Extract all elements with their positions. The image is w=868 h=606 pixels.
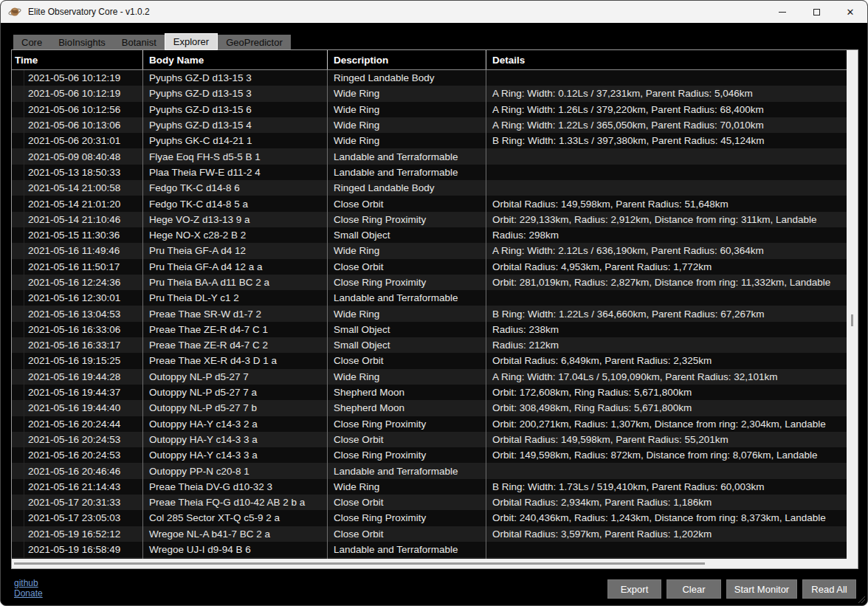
table-row[interactable]: 2021-05-16 12:24:36 Pru Theia BA-A d11 B…	[12, 275, 847, 290]
cell-body-name: Pyuphs GZ-D d13-15 6	[143, 102, 328, 117]
table-row[interactable]: 2021-05-06 10:12:56 Pyuphs GZ-D d13-15 6…	[12, 102, 847, 117]
row-header-cell	[12, 306, 24, 321]
cell-time: 2021-05-19 16:58:49	[24, 542, 143, 557]
table-row[interactable]: 2021-05-16 16:33:17 Preae Thae ZE-R d4-7…	[12, 337, 847, 353]
cell-details: B Ring: Width: 1.73Ls / 519,410km, Paren…	[486, 479, 847, 495]
cell-description: Small Object	[328, 322, 486, 337]
table-row[interactable]: 2021-05-06 10:12:19 Pyuphs GZ-D d13-15 3…	[12, 86, 847, 101]
donate-link[interactable]: Donate	[14, 588, 43, 599]
clear-button[interactable]: Clear	[666, 579, 721, 599]
table-row[interactable]: 2021-05-16 11:49:46 Pru Theia GF-A d4 12…	[12, 243, 847, 258]
read-all-button[interactable]: Read All	[802, 579, 856, 599]
cell-time: 2021-05-13 18:50:33	[24, 165, 143, 180]
cell-time: 2021-05-17 20:31:33	[24, 495, 143, 510]
cell-details: Orbit: 200,271km, Radius: 1,307km, Dista…	[486, 416, 847, 432]
cell-time: 2021-05-16 16:33:17	[24, 337, 143, 353]
table-row[interactable]: 2021-05-16 20:24:53 Outoppy HA-Y c14-3 3…	[12, 432, 847, 447]
table-row[interactable]: 2021-05-16 13:04:53 Preae Thae SR-W d1-7…	[12, 306, 847, 321]
column-header-body-name[interactable]: Body Name	[143, 50, 328, 69]
row-header-cell	[12, 369, 24, 385]
column-header-description[interactable]: Description	[328, 50, 486, 69]
row-header-cell	[12, 542, 24, 557]
table-row[interactable]: 2021-05-06 10:12:19 Pyuphs GZ-D d13-15 3…	[12, 70, 847, 86]
table-row[interactable]: 2021-05-16 19:44:37 Outoppy NL-P d5-27 7…	[12, 385, 847, 400]
cell-body-name: Outoppy HA-Y c14-3 3 a	[143, 447, 328, 463]
table-row[interactable]: 2021-05-16 19:44:40 Outoppy NL-P d5-27 7…	[12, 400, 847, 416]
table-row[interactable]: 2021-05-06 10:13:06 Pyuphs GZ-D d13-15 4…	[12, 117, 847, 133]
table-row[interactable]: 2021-05-16 19:15:25 Preae Thae XE-R d4-3…	[12, 353, 847, 368]
cell-description: Small Object	[328, 227, 486, 243]
horizontal-scrollbar-thumb[interactable]	[14, 562, 705, 565]
cell-body-name: Flyae Eoq FH-S d5-5 B 1	[143, 148, 328, 164]
table-row[interactable]: 2021-05-16 11:50:17 Pru Theia GF-A d4 12…	[12, 259, 847, 275]
cell-time: 2021-05-16 11:50:17	[24, 259, 143, 275]
table-row[interactable]: 2021-05-14 21:01:20 Fedgo TK-C d14-8 5 a…	[12, 196, 847, 211]
maximize-button[interactable]	[799, 1, 833, 23]
start-monitor-button[interactable]: Start Monitor	[726, 579, 797, 599]
table-row[interactable]: 2021-05-17 23:05:03 Col 285 Sector XT-Q …	[12, 510, 847, 526]
row-header-cell	[12, 495, 24, 510]
table-row[interactable]: 2021-05-09 08:40:48 Flyae Eoq FH-S d5-5 …	[12, 148, 847, 164]
table-row[interactable]: 2021-05-19 16:58:49 Wregoe UJ-I d9-94 B …	[12, 542, 847, 557]
export-button[interactable]: Export	[607, 579, 661, 599]
cell-details: Radius: 298km	[486, 227, 847, 243]
row-header-cell	[12, 526, 24, 542]
table-row[interactable]: 2021-05-17 20:31:33 Preae Theia FQ-G d10…	[12, 495, 847, 510]
cell-description: Close Ring Proximity	[328, 416, 486, 432]
column-header-details[interactable]: Details	[486, 50, 847, 69]
table-row[interactable]: 2021-05-16 20:24:44 Outoppy HA-Y c14-3 2…	[12, 416, 847, 432]
cell-description: Landable and Terraformable	[328, 290, 486, 306]
close-button[interactable]: ✕	[833, 1, 867, 23]
tab-botanist[interactable]: Botanist	[114, 35, 165, 50]
column-header-time[interactable]: Time	[12, 50, 143, 69]
table-row[interactable]: 2021-05-14 21:00:58 Fedgo TK-C d14-8 6 R…	[12, 180, 847, 196]
cell-details	[486, 463, 847, 478]
row-header-cell	[12, 102, 24, 117]
table-row[interactable]: 2021-05-13 18:50:33 Plaa Theia FW-E d11-…	[12, 165, 847, 180]
tab-core[interactable]: Core	[13, 35, 50, 50]
table-row[interactable]: 2021-05-16 20:24:53 Outoppy HA-Y c14-3 3…	[12, 447, 847, 463]
cell-time: 2021-05-19 16:52:12	[24, 526, 143, 542]
cell-details: Radius: 212km	[486, 337, 847, 353]
cell-time: 2021-05-16 11:49:46	[24, 243, 143, 258]
cell-details: B Ring: Width: 1.22Ls / 364,660km, Paren…	[486, 306, 847, 321]
cell-body-name: Pyuphs GZ-D d13-15 3	[143, 70, 328, 86]
table-row[interactable]: 2021-05-19 16:52:12 Wregoe NL-A b41-7 BC…	[12, 526, 847, 542]
cell-time: 2021-05-16 16:33:06	[24, 322, 143, 337]
vertical-scrollbar-thumb[interactable]	[851, 314, 853, 326]
table-row[interactable]: 2021-05-16 19:44:28 Outoppy NL-P d5-27 7…	[12, 369, 847, 385]
cell-time: 2021-05-14 21:01:20	[24, 196, 143, 211]
cell-description: Wide Ring	[328, 479, 486, 495]
vertical-scrollbar[interactable]	[847, 50, 858, 559]
tab-explorer[interactable]: Explorer	[165, 33, 218, 50]
table-row[interactable]: 2021-05-15 11:30:36 Hege NO-X c28-2 B 2 …	[12, 227, 847, 243]
cell-body-name: Pru Theia GF-A d4 12	[143, 243, 328, 258]
cell-description: Landable and Terraformable	[328, 542, 486, 557]
horizontal-scrollbar[interactable]	[12, 559, 858, 568]
cell-time: 2021-05-16 19:15:25	[24, 353, 143, 368]
tab-geopredictor[interactable]: GeoPredictor	[218, 35, 291, 50]
github-link[interactable]: github	[14, 578, 43, 588]
table-row[interactable]: 2021-05-16 20:46:46 Outoppy PP-N c20-8 1…	[12, 463, 847, 478]
tab-bioinsights[interactable]: BioInsights	[50, 35, 114, 50]
cell-body-name: Pru Theia DL-Y c1 2	[143, 290, 328, 306]
resize-grip[interactable]	[858, 596, 865, 603]
footer-buttons: Export Clear Start Monitor Read All	[607, 579, 856, 599]
cell-time: 2021-05-16 12:24:36	[24, 275, 143, 290]
cell-description: Small Object	[328, 337, 486, 353]
cell-details: A Ring: Width: 1.22Ls / 365,050km, Paren…	[486, 117, 847, 133]
row-header-cell	[12, 400, 24, 416]
cell-description: Close Orbit	[328, 353, 486, 368]
cell-description: Shepherd Moon	[328, 400, 486, 416]
table-row[interactable]: 2021-05-14 21:10:46 Hege VO-Z d13-13 9 a…	[12, 212, 847, 227]
cell-description: Ringed Landable Body	[328, 180, 486, 196]
table-row[interactable]: 2021-05-16 21:14:43 Preae Theia DV-G d10…	[12, 479, 847, 495]
minimize-button[interactable]	[765, 1, 799, 23]
cell-time: 2021-05-16 19:44:28	[24, 369, 143, 385]
cell-details: Orbit: 240,436km, Radius: 1,243km, Dista…	[486, 510, 847, 526]
table-row[interactable]: 2021-05-06 20:31:01 Pyuphs GK-C d14-21 1…	[12, 133, 847, 148]
table-row[interactable]: 2021-05-16 12:30:01 Pru Theia DL-Y c1 2 …	[12, 290, 847, 306]
table-row[interactable]: 2021-05-16 16:33:06 Preae Thae ZE-R d4-7…	[12, 322, 847, 337]
cell-details: A Ring: Width: 1.26Ls / 379,220km, Paren…	[486, 102, 847, 117]
cell-details	[486, 542, 847, 557]
